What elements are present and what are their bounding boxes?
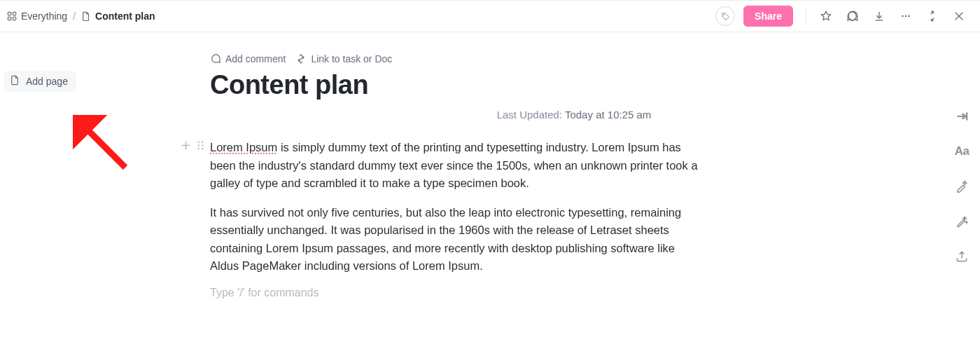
svg-rect-2 xyxy=(8,17,10,20)
paragraph-1-text: is simply dummy text of the printing and… xyxy=(210,141,698,189)
ai-button[interactable] xyxy=(951,175,973,198)
svg-rect-1 xyxy=(13,12,15,15)
breadcrumb: Everything / Content plan xyxy=(7,11,155,22)
svg-line-8 xyxy=(81,123,125,167)
favorite-button[interactable] xyxy=(815,5,837,27)
updated-label: Last Updated: xyxy=(497,109,562,121)
drag-handle-icon xyxy=(195,140,206,151)
svg-rect-0 xyxy=(8,12,10,15)
svg-rect-3 xyxy=(13,17,15,20)
breadcrumb-root[interactable]: Everything xyxy=(21,11,67,22)
comments-button[interactable] xyxy=(841,5,864,27)
export-button[interactable] xyxy=(951,245,973,268)
slash-placeholder[interactable]: Type '/' for commands xyxy=(210,287,938,299)
svg-point-6 xyxy=(905,15,907,18)
topbar: Everything / Content plan Share xyxy=(0,0,980,32)
page-plus-icon xyxy=(10,75,20,88)
paragraph-1[interactable]: Lorem Ipsum is simply dummy text of the … xyxy=(210,139,700,193)
document: Add comment Link to task or Doc Content … xyxy=(210,32,980,356)
page-title[interactable]: Content plan xyxy=(210,70,938,100)
add-page-label: Add page xyxy=(26,76,68,87)
link-task-label: Link to task or Doc xyxy=(311,53,392,64)
collapse-button[interactable] xyxy=(921,5,944,27)
sidebar: Add page xyxy=(0,32,210,356)
magic-button[interactable] xyxy=(951,210,973,233)
annotation-arrow xyxy=(73,115,136,178)
svg-point-11 xyxy=(197,144,199,146)
divider xyxy=(806,8,806,24)
last-updated: Last Updated: Today at 10:25 am xyxy=(210,109,938,121)
comment-icon xyxy=(210,53,221,64)
add-comment-label: Add comment xyxy=(225,53,286,64)
add-page-button[interactable]: Add page xyxy=(4,71,76,92)
link-task-button[interactable]: Link to task or Doc xyxy=(295,53,392,64)
document-icon xyxy=(81,11,91,21)
paragraph-2[interactable]: It has survived not only five centuries,… xyxy=(210,204,700,275)
share-button[interactable]: Share xyxy=(743,6,793,27)
more-button[interactable] xyxy=(895,5,917,27)
close-button[interactable] xyxy=(948,5,970,27)
svg-point-5 xyxy=(902,15,904,18)
svg-point-4 xyxy=(723,14,724,15)
svg-point-14 xyxy=(202,148,203,149)
right-rail: Aa xyxy=(951,105,973,268)
everything-icon xyxy=(7,11,17,21)
link-icon xyxy=(295,53,307,64)
updated-value: Today at 10:25 am xyxy=(565,109,651,121)
plus-icon xyxy=(181,140,191,151)
breadcrumb-sep: / xyxy=(71,11,77,22)
svg-point-10 xyxy=(202,142,203,143)
breadcrumb-current[interactable]: Content plan xyxy=(95,11,155,22)
add-comment-button[interactable]: Add comment xyxy=(210,53,286,64)
svg-point-9 xyxy=(197,142,199,143)
svg-point-12 xyxy=(202,144,203,146)
indent-button[interactable] xyxy=(951,105,973,128)
font-style-button[interactable]: Aa xyxy=(951,140,973,163)
block-controls[interactable] xyxy=(181,140,206,151)
import-button[interactable] xyxy=(868,5,890,27)
spellcheck-word: Lorem Ipsum xyxy=(210,141,277,153)
tag-button[interactable] xyxy=(715,6,735,26)
svg-point-7 xyxy=(908,15,910,18)
svg-point-13 xyxy=(197,148,199,149)
